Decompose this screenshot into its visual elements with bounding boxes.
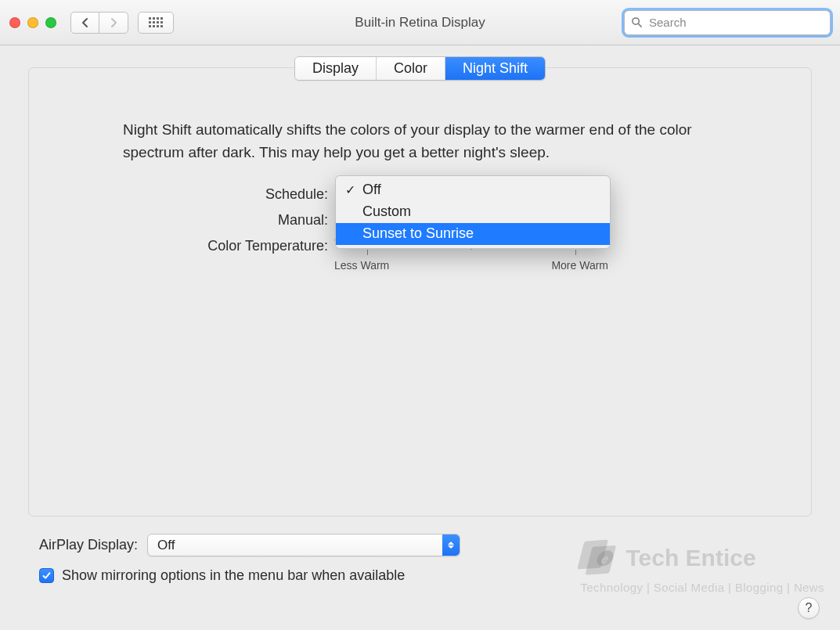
tab-color[interactable]: Color <box>377 57 445 80</box>
slider-labels: Less Warm More Warm <box>334 259 608 272</box>
schedule-option-custom[interactable]: Custom <box>336 201 610 223</box>
chevron-up-icon <box>448 542 454 545</box>
slider-label-less: Less Warm <box>334 259 389 272</box>
schedule-option-label: Custom <box>362 203 411 220</box>
schedule-option-sunset-sunrise[interactable]: Sunset to Sunrise <box>336 223 610 245</box>
search-field[interactable] <box>624 10 831 35</box>
airplay-label: AirPlay Display: <box>39 537 138 553</box>
window-traffic-lights <box>9 17 56 28</box>
schedule-option-label: Sunset to Sunrise <box>362 225 474 242</box>
tab-display[interactable]: Display <box>295 57 377 80</box>
minimize-window-button[interactable] <box>27 17 38 28</box>
tab-night-shift[interactable]: Night Shift <box>445 57 545 80</box>
zoom-window-button[interactable] <box>45 17 56 28</box>
back-button[interactable] <box>71 13 99 33</box>
chevron-right-icon <box>110 17 117 28</box>
search-icon <box>631 16 643 28</box>
airplay-dropdown[interactable]: Off <box>147 534 460 556</box>
night-shift-description: Night Shift automatically shifts the col… <box>123 118 733 164</box>
airplay-value: Off <box>157 538 175 553</box>
close-window-button[interactable] <box>9 17 20 28</box>
schedule-label: Schedule: <box>29 186 334 203</box>
night-shift-form: Schedule: ✓ Off Custom <box>29 186 811 272</box>
help-button[interactable]: ? <box>798 597 820 619</box>
toolbar: Built-in Retina Display <box>0 0 840 45</box>
checkmark-icon: ✓ <box>344 182 356 197</box>
apps-grid-icon <box>149 17 163 27</box>
row-schedule: Schedule: ✓ Off Custom <box>29 186 811 203</box>
schedule-option-label: Off <box>362 182 381 198</box>
slider-label-more: More Warm <box>551 259 608 272</box>
schedule-option-off[interactable]: ✓ Off <box>336 179 610 201</box>
mirroring-checkbox[interactable] <box>39 568 54 583</box>
display-panel: Display Color Night Shift Night Shift au… <box>28 67 812 517</box>
show-all-prefs-button[interactable] <box>138 12 174 34</box>
tabs-container: Display Color Night Shift <box>29 56 811 81</box>
mirroring-label: Show mirroring options in the menu bar w… <box>62 567 405 584</box>
row-airplay: AirPlay Display: Off <box>39 534 812 556</box>
bottom-controls: AirPlay Display: Off Show mirroring opti… <box>0 526 840 584</box>
chevron-down-icon <box>448 545 454 549</box>
svg-line-1 <box>639 24 642 27</box>
schedule-popup-menu: ✓ Off Custom Sunset to Sunrise <box>335 175 611 249</box>
chevron-left-icon <box>81 17 89 28</box>
row-mirroring-checkbox: Show mirroring options in the menu bar w… <box>39 567 812 584</box>
forward-button[interactable] <box>99 13 128 33</box>
slider-ticks <box>334 250 608 256</box>
airplay-dropdown-stepper[interactable] <box>442 535 460 556</box>
help-icon: ? <box>806 601 813 615</box>
manual-label: Manual: <box>29 212 334 229</box>
content-area: Display Color Night Shift Night Shift au… <box>0 45 840 526</box>
search-input[interactable] <box>647 15 824 30</box>
tabbar: Display Color Night Shift <box>294 56 546 81</box>
color-temperature-label: Color Temperature: <box>29 238 334 254</box>
nav-back-forward <box>70 12 128 34</box>
checkmark-icon <box>41 571 52 581</box>
